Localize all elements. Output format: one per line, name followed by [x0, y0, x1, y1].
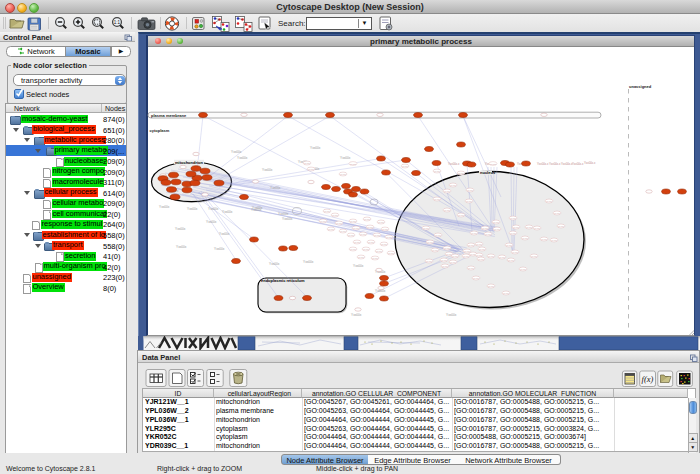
svg-text:xx-0x: xx-0x [522, 237, 529, 240]
svg-text:xx-0x: xx-0x [328, 228, 335, 231]
svg-text:xx-0x: xx-0x [466, 200, 473, 203]
svg-text:xx-0x: xx-0x [382, 228, 389, 231]
svg-text:xx-0x: xx-0x [476, 254, 483, 257]
svg-text:Yxx00x.x: Yxx00x.x [572, 162, 584, 166]
svg-text:xx-0x: xx-0x [513, 226, 520, 229]
svg-text:xx-0x: xx-0x [546, 200, 553, 203]
svg-text:xx-0x: xx-0x [350, 248, 357, 251]
svg-text:xx-0x: xx-0x [526, 226, 533, 229]
svg-text:xx-0x: xx-0x [444, 209, 451, 212]
svg-text:xx-0x: xx-0x [350, 163, 357, 166]
svg-text:1:1: 1:1 [114, 20, 121, 25]
svg-text:Yxx00x.x: Yxx00x.x [537, 162, 549, 166]
svg-text:Yxx00x: Yxx00x [282, 217, 293, 221]
svg-text:Yxx00x: Yxx00x [187, 207, 198, 211]
svg-text:Yxx00x: Yxx00x [214, 247, 225, 251]
svg-text:xx-0x: xx-0x [478, 258, 485, 261]
svg-text:unassigned: unassigned [629, 84, 652, 89]
svg-text:plasma membrane: plasma membrane [151, 113, 187, 118]
svg-text:Yxx00x: Yxx00x [219, 232, 230, 236]
svg-text:xx-0x: xx-0x [458, 172, 465, 175]
svg-text:xx-0x: xx-0x [354, 241, 361, 244]
svg-text:Yxx00x: Yxx00x [237, 156, 248, 160]
svg-text:xx-0x: xx-0x [476, 243, 483, 246]
svg-text:xx-0x: xx-0x [304, 162, 311, 165]
svg-text:Yxx00x: Yxx00x [159, 205, 170, 209]
svg-text:xx-0x: xx-0x [360, 233, 367, 236]
svg-text:xx-0x: xx-0x [374, 234, 381, 237]
svg-text:xx-0x: xx-0x [340, 173, 347, 176]
svg-text:xx-0x: xx-0x [479, 248, 486, 251]
svg-text:xx-0x: xx-0x [368, 241, 375, 244]
svg-text:xx-0x: xx-0x [510, 232, 517, 235]
svg-text:xx-0x: xx-0x [452, 255, 459, 258]
svg-text:mitochondrion: mitochondrion [175, 160, 204, 165]
svg-text:xx-0x: xx-0x [468, 244, 475, 247]
svg-text:xx-0x: xx-0x [434, 170, 441, 173]
svg-text:xx-0x: xx-0x [488, 285, 495, 288]
svg-text:xx-0x: xx-0x [473, 277, 480, 280]
svg-text:xx-0x: xx-0x [450, 184, 457, 187]
svg-text:xx-0x: xx-0x [458, 214, 465, 217]
svg-text:Yxx00x: Yxx00x [270, 186, 281, 190]
svg-text:xx-0x: xx-0x [363, 248, 370, 251]
svg-text:xx-0x: xx-0x [450, 261, 457, 264]
svg-text:xx-0x: xx-0x [510, 217, 517, 220]
svg-text:xx-0x: xx-0x [320, 220, 327, 223]
svg-text:xx-0x: xx-0x [423, 227, 430, 230]
svg-text:xx-0x: xx-0x [534, 227, 541, 230]
svg-text:xx-0x: xx-0x [485, 233, 492, 236]
svg-text:Yxx00x: Yxx00x [222, 210, 233, 214]
svg-text:Yxx00x: Yxx00x [446, 313, 457, 317]
svg-text:xx-0x: xx-0x [372, 257, 379, 260]
svg-text:xx-0x: xx-0x [468, 267, 475, 270]
svg-text:Yxx00x: Yxx00x [353, 264, 364, 268]
svg-text:xx-0x: xx-0x [541, 238, 548, 241]
svg-text:xx-0x: xx-0x [434, 198, 441, 201]
svg-text:xx-0x: xx-0x [350, 220, 357, 223]
svg-text:xx-0x: xx-0x [494, 228, 501, 231]
svg-text:xx-0x: xx-0x [402, 165, 409, 168]
svg-text:Yxx00x: Yxx00x [176, 245, 187, 249]
svg-text:xx-0x: xx-0x [353, 227, 360, 230]
svg-text:xx-0x: xx-0x [308, 168, 315, 171]
svg-text:xx-0x: xx-0x [482, 227, 489, 230]
svg-text:xx-0x: xx-0x [512, 251, 519, 254]
svg-text:Yxx00x: Yxx00x [351, 313, 362, 317]
svg-text:xx-0x: xx-0x [435, 234, 442, 237]
svg-text:f(x): f(x) [642, 374, 654, 384]
svg-text:xx-0x: xx-0x [551, 239, 558, 242]
svg-text:xx-0x: xx-0x [531, 255, 538, 258]
svg-text:nucleus: nucleus [480, 170, 496, 175]
svg-text:xx-0x: xx-0x [554, 212, 561, 215]
svg-text:Yxx00x.x: Yxx00x.x [549, 162, 561, 166]
svg-text:xx-0x: xx-0x [471, 232, 478, 235]
svg-text:xx-0x: xx-0x [520, 268, 527, 271]
svg-text:xx-0x: xx-0x [340, 230, 347, 233]
svg-text:xx-0x: xx-0x [386, 236, 393, 239]
svg-text:Yxx00x: Yxx00x [269, 262, 280, 266]
svg-text:xx-0x: xx-0x [426, 260, 433, 263]
svg-text:Yxx00x: Yxx00x [231, 150, 242, 154]
svg-text:Yxx00x: Yxx00x [206, 220, 217, 224]
svg-text:xx-0x: xx-0x [508, 259, 515, 262]
svg-text:xx-0x: xx-0x [444, 190, 451, 193]
svg-text:xx-0x: xx-0x [442, 265, 449, 268]
svg-text:Yxx00x.x: Yxx00x.x [448, 162, 460, 166]
svg-text:xx-0x: xx-0x [336, 222, 343, 225]
svg-text:Yxx00x: Yxx00x [278, 212, 289, 216]
svg-text:xx-0x: xx-0x [378, 221, 385, 224]
svg-text:xx-0x: xx-0x [493, 221, 500, 224]
svg-text:Yxx00x: Yxx00x [175, 227, 186, 231]
svg-text:endoplasmic reticulum: endoplasmic reticulum [261, 278, 305, 283]
svg-text:xx-0x: xx-0x [427, 241, 434, 244]
svg-text:xx-0x: xx-0x [444, 247, 451, 250]
svg-text:Yxx00x: Yxx00x [303, 260, 314, 264]
svg-text:Yxx00x.x: Yxx00x.x [584, 161, 596, 165]
svg-text:xx-0x: xx-0x [332, 214, 339, 217]
svg-text:xx-0x: xx-0x [388, 252, 395, 255]
svg-text:xx-0x: xx-0x [367, 226, 374, 229]
svg-text:Yxx00x: Yxx00x [310, 146, 321, 150]
svg-text:Yxx00x: Yxx00x [251, 208, 262, 212]
svg-text:xx-0x: xx-0x [441, 259, 448, 262]
